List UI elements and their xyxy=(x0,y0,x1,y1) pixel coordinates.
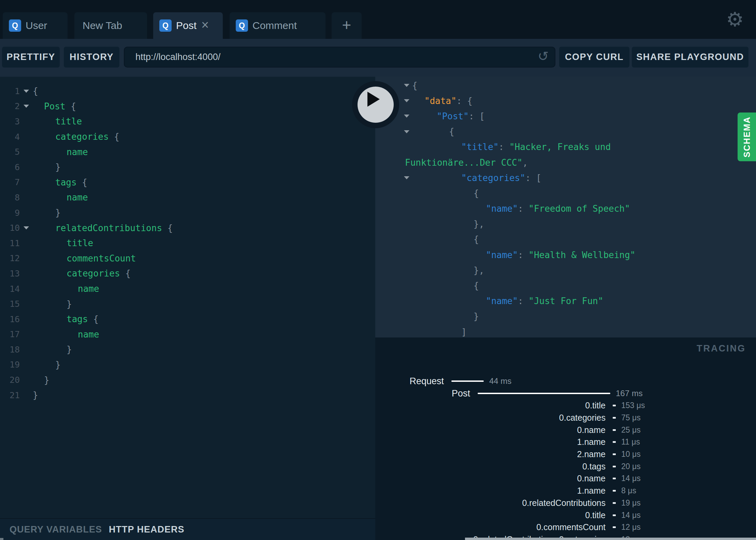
code-token: "categories" xyxy=(461,173,525,183)
tracing-resolver-rows: 0.title153 μs0.categories75 μs0.name25 μ… xyxy=(375,400,756,540)
code-token: "name" xyxy=(486,250,518,260)
trace-row-bar xyxy=(613,429,616,431)
trace-row-time: 10 μs xyxy=(621,450,641,459)
history-button[interactable]: HISTORY xyxy=(64,47,119,68)
line-number: 15 xyxy=(0,299,20,309)
collapse-arrow-icon[interactable] xyxy=(404,84,409,87)
fold-arrow-icon[interactable] xyxy=(24,105,29,108)
trace-row-label: 0.title xyxy=(375,401,606,410)
endpoint-url-input[interactable]: http://localhost:4000/ ↺ xyxy=(124,47,555,68)
play-icon xyxy=(367,92,380,107)
line-number: 8 xyxy=(0,193,20,202)
tab-user[interactable]: QUser xyxy=(3,12,68,39)
line-number: 17 xyxy=(0,329,20,339)
fold-arrow-icon[interactable] xyxy=(24,90,29,93)
collapse-arrow-slot[interactable] xyxy=(375,176,409,179)
code-token: name xyxy=(78,284,99,294)
editor-line: 8name xyxy=(0,190,375,205)
code-token: : { xyxy=(456,96,472,106)
fold-arrow-slot[interactable] xyxy=(20,90,33,93)
response-code-text: "title": "Hacker, Freaks und xyxy=(412,142,611,152)
copy-curl-button[interactable]: COPY CURL xyxy=(559,47,629,68)
fold-arrow-icon[interactable] xyxy=(24,226,29,229)
line-number: 13 xyxy=(0,269,20,279)
fold-arrow-slot[interactable] xyxy=(20,226,33,229)
query-badge-icon: Q xyxy=(236,19,248,32)
prettify-button[interactable]: PRETTIFY xyxy=(2,47,60,68)
code-token: : xyxy=(518,296,528,306)
query-editor-pane[interactable]: 1{2Post {3title4categories {5name6}7tags… xyxy=(0,77,375,518)
query-variables-tab[interactable]: QUERY VARIABLES xyxy=(10,524,102,535)
tracing-title: TRACING xyxy=(697,343,746,354)
collapse-arrow-icon[interactable] xyxy=(404,99,409,102)
response-code-text: { xyxy=(412,80,418,91)
tab-label: Comment xyxy=(252,20,297,31)
editor-code-text: name xyxy=(33,329,99,340)
trace-row-bar xyxy=(613,502,616,504)
trace-row-bar xyxy=(613,466,616,467)
execute-query-button[interactable] xyxy=(352,81,399,128)
editor-code-text: } xyxy=(33,375,49,385)
line-number: 2 xyxy=(0,101,20,111)
editor-line: 14name xyxy=(0,281,375,297)
code-token: { xyxy=(33,86,38,96)
collapse-arrow-icon[interactable] xyxy=(404,176,409,179)
code-token: categories xyxy=(55,132,109,142)
response-line: }, xyxy=(375,216,756,232)
settings-gear-icon[interactable]: ⚙ xyxy=(723,7,747,31)
editor-code-text: categories { xyxy=(33,132,119,142)
editor-code-text: categories { xyxy=(33,268,131,279)
tracing-span-row: Request44 ms xyxy=(375,375,756,387)
collapse-arrow-slot[interactable] xyxy=(375,130,409,133)
code-token: } xyxy=(44,375,49,385)
trace-row: 2.name10 μs xyxy=(375,448,756,461)
trace-row-label: 0.title xyxy=(375,510,606,520)
horizontal-scrollbar[interactable] xyxy=(465,538,756,540)
code-token: "Hacker, Freaks und xyxy=(509,142,611,152)
trace-row-bar xyxy=(613,405,616,406)
code-token: "Health & Wellbeing" xyxy=(528,250,635,260)
trace-row-time: 25 μs xyxy=(621,425,641,435)
trace-row-bar xyxy=(613,453,616,455)
query-badge-icon: Q xyxy=(9,19,21,32)
line-number: 19 xyxy=(0,360,20,370)
share-playground-button[interactable]: SHARE PLAYGROUND xyxy=(632,47,748,68)
query-badge-icon: Q xyxy=(159,19,172,32)
code-token: name xyxy=(78,329,99,340)
fold-arrow-slot[interactable] xyxy=(20,105,33,108)
editor-line: 5name xyxy=(0,144,375,160)
tab-label: User xyxy=(26,20,47,31)
tab-new-tab[interactable]: New Tab xyxy=(74,12,147,39)
response-code-text: "name": "Just For Fun" xyxy=(412,296,603,306)
code-token: name xyxy=(67,147,88,157)
code-token: } xyxy=(55,162,61,172)
trace-row-bar xyxy=(613,490,616,492)
tab-comment[interactable]: QComment xyxy=(230,12,325,39)
tab-post[interactable]: QPost× xyxy=(153,12,223,39)
trace-row: 1.name8 μs xyxy=(375,485,756,497)
collapse-arrow-icon[interactable] xyxy=(404,130,409,133)
response-line: } xyxy=(375,309,756,324)
editor-line: 3title xyxy=(0,114,375,129)
trace-row: 0.name25 μs xyxy=(375,424,756,436)
schema-side-tab[interactable]: SCHEMA xyxy=(738,112,756,161)
code-token: } xyxy=(67,344,72,355)
response-code-text: { xyxy=(412,126,454,137)
code-token: { xyxy=(162,223,173,233)
tracing-span-bar xyxy=(478,393,610,394)
scrollbar-corner xyxy=(0,538,3,540)
close-tab-icon[interactable]: × xyxy=(201,18,209,31)
editor-code-text: tags { xyxy=(33,177,87,188)
toolbar: PRETTIFY HISTORY http://localhost:4000/ … xyxy=(0,39,756,77)
line-number: 18 xyxy=(0,345,20,355)
editor-code-text: title xyxy=(33,238,93,248)
http-headers-tab[interactable]: HTTP HEADERS xyxy=(109,524,185,535)
new-tab-button[interactable]: + xyxy=(332,12,362,39)
collapse-arrow-icon[interactable] xyxy=(404,115,409,118)
reload-endpoint-icon[interactable]: ↺ xyxy=(538,49,549,64)
endpoint-url-value: http://localhost:4000/ xyxy=(135,52,220,62)
editor-code-text: { xyxy=(33,86,38,96)
trace-row-label: 0.name xyxy=(375,425,606,435)
trace-row: 0.title153 μs xyxy=(375,400,756,412)
schema-tab-label: SCHEMA xyxy=(742,116,752,157)
